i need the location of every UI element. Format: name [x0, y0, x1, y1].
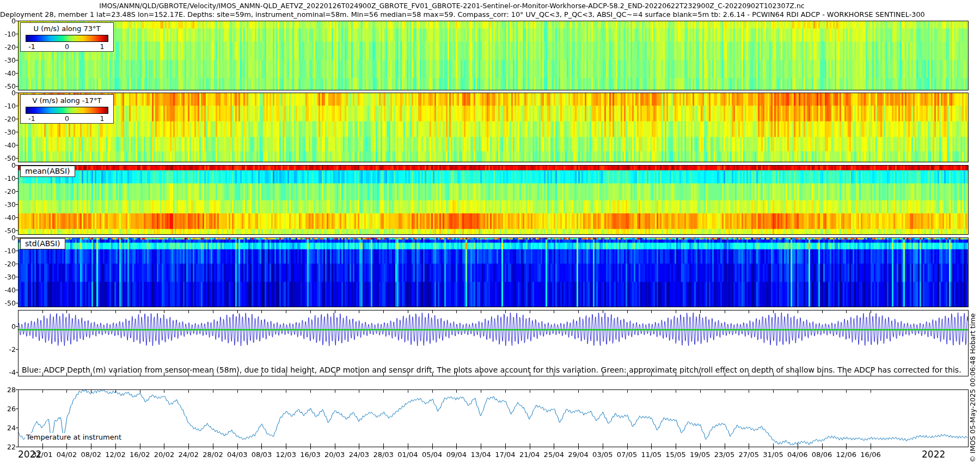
u-colorbar-tick-label: -1 [28, 42, 35, 51]
y-tick-label: -50 [0, 299, 16, 307]
y-tick-label: -20 [0, 260, 16, 268]
x-tick-label: 21/04 [519, 450, 540, 459]
y-tick-label: -30 [0, 128, 16, 136]
u-legend-title: U (m/s) along 73°T [21, 23, 113, 33]
v-colorbar-legend: V (m/s) along -17°T -1 0 1 [20, 94, 114, 124]
y-tick-label: -2 [0, 345, 16, 354]
x-tick-label: 24/03 [349, 450, 369, 459]
y-tick-label: 0 [0, 89, 16, 97]
x-tick-label: 08/02 [81, 450, 101, 459]
y-tick-label: -10 [0, 30, 16, 38]
x-tick-label: 13/04 [470, 450, 491, 459]
v-colorbar-tick-label: -1 [28, 114, 35, 123]
x-axis-year-right: 2022 [922, 449, 945, 460]
y-tick-label: -20 [0, 43, 16, 51]
x-tick-label: 31/01 [32, 450, 52, 459]
y-tick-label: -10 [0, 102, 16, 110]
x-tick-label: 16/06 [860, 450, 880, 459]
x-tick-label: 08/06 [812, 450, 832, 459]
y-tick-label: 22 [0, 443, 16, 451]
y-tick-label: 26 [0, 405, 16, 413]
v-colorbar-tick-label: 0 [65, 114, 69, 123]
x-tick-label: 16/03 [300, 450, 320, 459]
u-colorbar-gradient [26, 35, 108, 42]
plot-canvas [0, 0, 980, 463]
x-tick-label: 04/02 [57, 450, 77, 459]
v-colorbar-gradient [26, 107, 108, 114]
x-tick-label: 19/05 [690, 450, 710, 459]
y-tick-label: 24 [0, 424, 16, 432]
x-tick-label: 08/03 [252, 450, 272, 459]
depth-variation-annotation: Blue: ADCP Depth (m) variation from sens… [22, 365, 961, 374]
y-tick-label: 0 [0, 322, 16, 331]
x-tick-label: 12/06 [836, 450, 856, 459]
u-colorbar-legend: U (m/s) along 73°T -1 0 1 [20, 22, 114, 52]
x-tick-label: 27/05 [739, 450, 759, 459]
v-colorbar-tick-label: 1 [100, 114, 105, 123]
x-tick-label: 20/03 [324, 450, 345, 459]
y-tick-label: -10 [0, 174, 16, 182]
imos-watermark: © IMOS 05-May-2025 00:06:48 Hobart time [969, 313, 977, 462]
x-tick-label: 09/04 [446, 450, 467, 459]
y-tick-label: 0 [0, 161, 16, 169]
x-tick-label: 23/05 [714, 450, 734, 459]
x-tick-label: 31/05 [763, 450, 783, 459]
x-tick-label: 15/05 [665, 450, 685, 459]
y-tick-label: -40 [0, 286, 16, 294]
v-legend-title: V (m/s) along -17°T [21, 95, 113, 105]
x-tick-label: 07/05 [617, 450, 637, 459]
x-tick-label: 12/03 [275, 450, 296, 459]
u-colorbar-tick-label: 0 [65, 42, 69, 51]
x-tick-label: 11/05 [641, 450, 661, 459]
adcp-summary-figure: IMOS/ANMN/QLD/GBROTE/Velocity/IMOS_ANMN-… [0, 0, 980, 463]
y-tick-label: 28 [0, 386, 16, 394]
x-tick-label: 16/02 [130, 450, 150, 459]
y-tick-label: 0 [0, 17, 16, 25]
std-absi-label: std(ABSI) [20, 238, 65, 249]
x-tick-label: 28/02 [203, 450, 223, 459]
y-tick-label: -40 [0, 141, 16, 149]
y-tick-label: -30 [0, 56, 16, 64]
temperature-label: Temperature at instrument [25, 433, 122, 441]
x-tick-label: 01/04 [397, 450, 418, 459]
x-tick-label: 25/04 [544, 450, 564, 459]
x-tick-label: 05/04 [422, 450, 442, 459]
y-tick-label: -4 [0, 368, 16, 376]
y-tick-label: -20 [0, 187, 16, 196]
x-tick-label: 17/04 [495, 450, 515, 459]
mean-absi-label: mean(ABSI) [20, 166, 75, 177]
x-tick-label: 24/02 [178, 450, 198, 459]
x-tick-label: 04/06 [787, 450, 807, 459]
y-tick-label: 0 [0, 234, 16, 242]
x-tick-label: 12/02 [105, 450, 125, 459]
figure-subtitle: Deployment 28, member 1 lat=23.48S lon=1… [0, 10, 904, 19]
figure-title: IMOS/ANMN/QLD/GBROTE/Velocity/IMOS_ANMN-… [0, 2, 904, 10]
y-tick-label: -10 [0, 247, 16, 255]
y-tick-label: -40 [0, 214, 16, 222]
y-tick-label: -20 [0, 115, 16, 123]
x-tick-label: 28/03 [373, 450, 393, 459]
x-tick-label: 03/05 [592, 450, 612, 459]
y-tick-label: -30 [0, 200, 16, 209]
y-tick-label: -30 [0, 273, 16, 281]
x-tick-label: 29/04 [568, 450, 588, 459]
u-colorbar-tick-label: 1 [100, 42, 105, 51]
x-tick-label: 20/02 [154, 450, 174, 459]
y-tick-label: -40 [0, 69, 16, 77]
x-tick-label: 04/03 [227, 450, 247, 459]
